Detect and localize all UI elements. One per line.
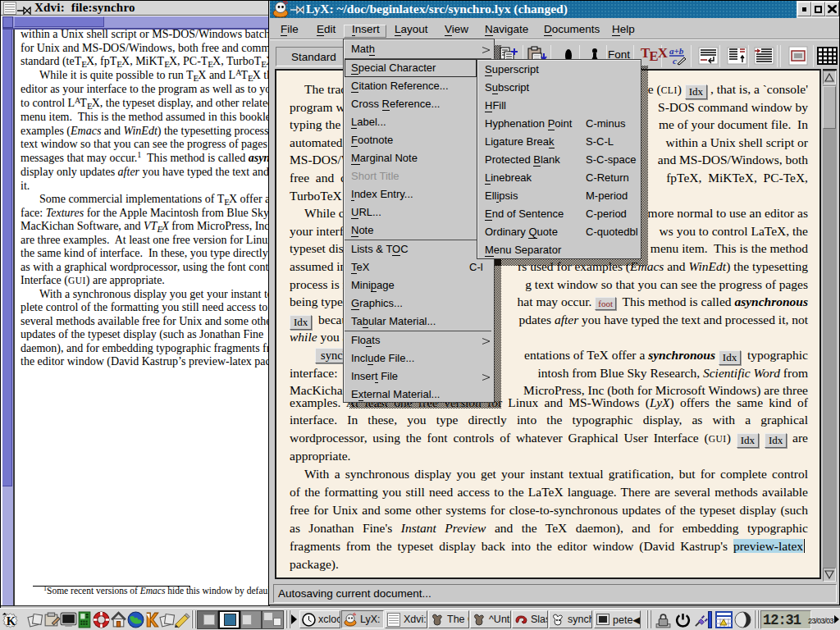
svg-text:c: c xyxy=(673,56,677,66)
svg-text:K: K xyxy=(7,614,16,628)
svg-text:a+b: a+b xyxy=(669,46,684,56)
